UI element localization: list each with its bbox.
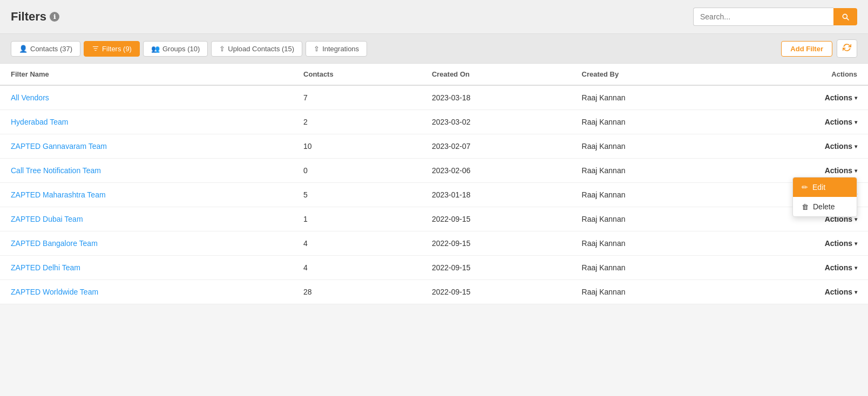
actions-label: Actions bbox=[825, 118, 852, 126]
tab-contacts[interactable]: 👤 Contacts (37) bbox=[11, 41, 80, 57]
edit-label: Edit bbox=[812, 183, 825, 192]
filter-name-cell: ZAPTED Delhi Team bbox=[0, 256, 293, 280]
refresh-icon bbox=[843, 43, 851, 52]
filter-tab-icon bbox=[92, 45, 99, 52]
actions-button[interactable]: Actions ▾ bbox=[825, 288, 857, 296]
filter-name-link[interactable]: ZAPTED Gannavaram Team bbox=[11, 142, 107, 151]
filter-name-cell: ZAPTED Maharashtra Team bbox=[0, 183, 293, 207]
created-by-cell: Raaj Kannan bbox=[571, 159, 734, 183]
actions-cell: Actions ▾ bbox=[733, 280, 868, 304]
col-created-by: Created By bbox=[571, 64, 734, 85]
refresh-button[interactable] bbox=[837, 39, 857, 58]
filter-name-link[interactable]: Call Tree Notification Team bbox=[11, 166, 101, 175]
col-actions: Actions bbox=[733, 64, 868, 85]
groups-tab-label: Groups (10) bbox=[162, 45, 200, 53]
contacts-count-cell: 1 bbox=[293, 207, 421, 231]
created-on-cell: 2023-01-18 bbox=[421, 183, 571, 207]
chevron-down-icon: ▾ bbox=[855, 289, 857, 295]
tab-filters[interactable]: Filters (9) bbox=[84, 41, 140, 57]
search-icon bbox=[841, 12, 850, 21]
edit-menu-item[interactable]: ✏Edit bbox=[793, 177, 857, 197]
contacts-count-cell: 5 bbox=[293, 183, 421, 207]
contacts-count-cell: 10 bbox=[293, 134, 421, 159]
created-on-cell: 2023-02-07 bbox=[421, 134, 571, 159]
filter-name-link[interactable]: ZAPTED Bangalore Team bbox=[11, 239, 98, 248]
upload-tab-label: Upload Contacts (15) bbox=[228, 45, 294, 53]
col-created-on: Created On bbox=[421, 64, 571, 85]
filter-name-link[interactable]: ZAPTED Dubai Team bbox=[11, 215, 83, 223]
actions-dropdown-menu: ✏Edit🗑Delete bbox=[792, 177, 857, 217]
actions-cell: Actions ▾✏Edit🗑Delete bbox=[733, 159, 868, 183]
contacts-count-cell: 0 bbox=[293, 159, 421, 183]
created-by-cell: Raaj Kannan bbox=[571, 280, 734, 304]
delete-menu-item[interactable]: 🗑Delete bbox=[793, 197, 857, 216]
table-row: ZAPTED Gannavaram Team102023-02-07Raaj K… bbox=[0, 134, 868, 159]
filter-name-cell: All Vendors bbox=[0, 85, 293, 110]
filter-name-link[interactable]: ZAPTED Worldwide Team bbox=[11, 288, 98, 296]
created-on-cell: 2023-03-02 bbox=[421, 110, 571, 134]
actions-label: Actions bbox=[825, 166, 852, 175]
actions-label: Actions bbox=[825, 288, 852, 296]
search-input[interactable] bbox=[693, 8, 833, 26]
table-body: All Vendors72023-03-18Raaj KannanActions… bbox=[0, 85, 868, 304]
created-by-cell: Raaj Kannan bbox=[571, 134, 734, 159]
filter-name-cell: Call Tree Notification Team bbox=[0, 159, 293, 183]
filters-tab-label: Filters (9) bbox=[102, 45, 132, 53]
created-on-cell: 2022-09-15 bbox=[421, 207, 571, 231]
table-container: Filter Name Contacts Created On Created … bbox=[0, 64, 868, 304]
actions-cell: Actions ▾ bbox=[733, 134, 868, 159]
contacts-count-cell: 4 bbox=[293, 231, 421, 256]
table-row: Call Tree Notification Team02023-02-06Ra… bbox=[0, 159, 868, 183]
actions-button[interactable]: Actions ▾ bbox=[825, 118, 857, 126]
integrations-tab-icon: ⇧ bbox=[314, 45, 320, 53]
add-filter-button[interactable]: Add Filter bbox=[781, 41, 832, 57]
tabs-right: Add Filter bbox=[781, 39, 857, 58]
created-by-cell: Raaj Kannan bbox=[571, 231, 734, 256]
actions-button[interactable]: Actions ▾ bbox=[825, 93, 857, 102]
tab-upload-contacts[interactable]: ⇧ Upload Contacts (15) bbox=[211, 41, 302, 57]
contacts-count-cell: 7 bbox=[293, 85, 421, 110]
table-row: Hyderabad Team22023-03-02Raaj KannanActi… bbox=[0, 110, 868, 134]
contacts-count-cell: 4 bbox=[293, 256, 421, 280]
filter-name-cell: Hyderabad Team bbox=[0, 110, 293, 134]
actions-button[interactable]: Actions ▾ bbox=[825, 239, 857, 248]
chevron-down-icon: ▾ bbox=[855, 168, 857, 174]
created-on-cell: 2022-09-15 bbox=[421, 280, 571, 304]
created-on-cell: 2023-03-18 bbox=[421, 85, 571, 110]
tabs-left: 👤 Contacts (37) Filters (9) 👥 Groups (10… bbox=[11, 41, 367, 57]
actions-cell: Actions ▾ bbox=[733, 110, 868, 134]
actions-button[interactable]: Actions ▾ bbox=[825, 166, 857, 175]
page-title: Filters ℹ bbox=[11, 10, 59, 24]
actions-button[interactable]: Actions ▾ bbox=[825, 142, 857, 151]
table-row: ZAPTED Bangalore Team42022-09-15Raaj Kan… bbox=[0, 231, 868, 256]
filters-table: Filter Name Contacts Created On Created … bbox=[0, 64, 868, 304]
edit-icon: ✏ bbox=[802, 183, 808, 192]
chevron-down-icon: ▾ bbox=[855, 95, 857, 101]
actions-label: Actions bbox=[825, 239, 852, 248]
chevron-down-icon: ▾ bbox=[855, 241, 857, 247]
tab-groups[interactable]: 👥 Groups (10) bbox=[143, 41, 208, 57]
created-on-cell: 2023-02-06 bbox=[421, 159, 571, 183]
tab-integrations[interactable]: ⇧ Integrations bbox=[306, 41, 367, 57]
filter-name-link[interactable]: Hyderabad Team bbox=[11, 118, 68, 126]
actions-label: Actions bbox=[825, 93, 852, 102]
actions-label: Actions bbox=[825, 263, 852, 272]
main-content: Filter Name Contacts Created On Created … bbox=[0, 64, 868, 304]
created-by-cell: Raaj Kannan bbox=[571, 256, 734, 280]
actions-cell: Actions ▾ bbox=[733, 231, 868, 256]
created-by-cell: Raaj Kannan bbox=[571, 207, 734, 231]
chevron-down-icon: ▾ bbox=[855, 144, 857, 149]
table-row: ZAPTED Dubai Team12022-09-15Raaj KannanA… bbox=[0, 207, 868, 231]
filter-name-cell: ZAPTED Dubai Team bbox=[0, 207, 293, 231]
filter-name-link[interactable]: ZAPTED Maharashtra Team bbox=[11, 190, 106, 199]
filter-name-link[interactable]: ZAPTED Delhi Team bbox=[11, 263, 80, 272]
actions-button[interactable]: Actions ▾ bbox=[825, 263, 857, 272]
actions-label: Actions bbox=[825, 142, 852, 151]
filter-name-link[interactable]: All Vendors bbox=[11, 93, 49, 102]
actions-cell: Actions ▾ bbox=[733, 256, 868, 280]
header: Filters ℹ bbox=[0, 0, 868, 34]
search-button[interactable] bbox=[833, 8, 857, 25]
table-row: ZAPTED Worldwide Team282022-09-15Raaj Ka… bbox=[0, 280, 868, 304]
info-icon: ℹ bbox=[50, 12, 59, 22]
filter-name-cell: ZAPTED Gannavaram Team bbox=[0, 134, 293, 159]
